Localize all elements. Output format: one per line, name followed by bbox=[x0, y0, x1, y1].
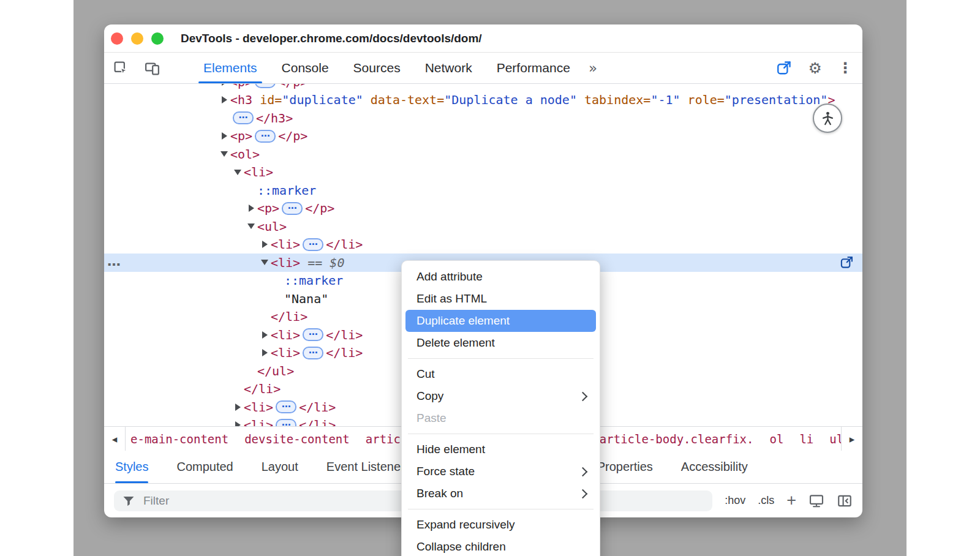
highlight-badge-button[interactable] bbox=[776, 60, 793, 77]
tab-layout[interactable]: Layout bbox=[262, 451, 298, 483]
breadcrumb-item-e-main-content[interactable]: e-main-content bbox=[130, 432, 228, 446]
minimize-button[interactable] bbox=[131, 32, 143, 45]
tab-label: Event Listeners bbox=[326, 460, 411, 474]
breadcrumb-item-ol[interactable]: ol bbox=[770, 432, 784, 446]
tab-accessibility[interactable]: Accessibility bbox=[681, 451, 748, 483]
node-ellipsis-button[interactable]: ⋯ bbox=[255, 84, 276, 88]
menu-item-copy[interactable]: Copy bbox=[405, 385, 596, 407]
breadcrumb-item-article-body-clearfix[interactable]: article-body.clearfix. bbox=[600, 432, 754, 446]
menu-item-add-attribute[interactable]: Add attribute bbox=[405, 266, 596, 288]
expand-arrow[interactable] bbox=[218, 84, 230, 86]
dom-tree-row[interactable]: <ol> bbox=[104, 145, 862, 163]
tab-elements[interactable]: Elements bbox=[196, 53, 265, 83]
node-ellipsis-button[interactable]: ⋯ bbox=[303, 238, 323, 251]
breadcrumb-item-li[interactable]: li bbox=[799, 432, 813, 446]
device-toolbar-button[interactable] bbox=[144, 60, 160, 77]
menu-item-paste[interactable]: Paste bbox=[405, 407, 596, 429]
node-ellipsis-button[interactable]: ⋯ bbox=[276, 419, 296, 426]
menu-item-break-on[interactable]: Break on bbox=[405, 483, 596, 505]
tab-properties[interactable]: Properties bbox=[597, 451, 653, 483]
menu-item-label: Collapse children bbox=[417, 540, 506, 554]
dom-tree-row[interactable]: <ul> bbox=[104, 217, 862, 236]
node-ellipsis-button[interactable]: ⋯ bbox=[276, 400, 296, 413]
breadcrumb-scroll-left-button[interactable]: ◂ bbox=[104, 427, 126, 451]
dom-tree-row[interactable]: <li> bbox=[104, 163, 862, 182]
menu-item-label: Break on bbox=[417, 487, 463, 500]
expand-arrow[interactable] bbox=[218, 132, 230, 140]
breadcrumb-scroll-right-button[interactable]: ▸ bbox=[841, 427, 862, 451]
triangle-icon bbox=[222, 132, 227, 140]
tab-event-listeners[interactable]: Event Listeners bbox=[326, 451, 411, 483]
dom-tree-row[interactable]: ⋯</h3> bbox=[104, 109, 862, 127]
expand-arrow[interactable] bbox=[218, 151, 230, 157]
expand-arrow[interactable] bbox=[218, 96, 230, 103]
dom-tree-row[interactable]: <p>⋯</p> bbox=[104, 127, 862, 146]
node-ellipsis-button[interactable]: ⋯ bbox=[303, 328, 323, 341]
menu-item-delete-element[interactable]: Delete element bbox=[405, 332, 596, 354]
tab-label: Accessibility bbox=[681, 460, 748, 474]
reveal-badge-icon[interactable] bbox=[840, 255, 854, 269]
dom-tree-row[interactable]: ::marker bbox=[104, 181, 862, 200]
expand-arrow[interactable] bbox=[258, 331, 271, 339]
menu-item-hide-element[interactable]: Hide element bbox=[405, 438, 596, 460]
new-style-rule-button[interactable]: + bbox=[786, 492, 796, 509]
dom-tree-row[interactable]: <li>⋯</li> bbox=[104, 236, 862, 254]
breadcrumb-item-devsite-content[interactable]: devsite-content bbox=[244, 432, 350, 446]
more-tabs-button[interactable]: » bbox=[589, 60, 597, 76]
menu-item-label: Cut bbox=[417, 367, 435, 381]
filter-funnel-icon bbox=[121, 494, 136, 508]
tab-network[interactable]: Network bbox=[418, 53, 480, 83]
node-ellipsis-button[interactable]: ⋯ bbox=[255, 130, 276, 143]
screenshot-canvas: DevTools - developer.chrome.com/docs/dev… bbox=[0, 0, 980, 556]
menu-item-edit-as-html[interactable]: Edit as HTML bbox=[405, 288, 596, 310]
triangle-icon bbox=[249, 205, 254, 212]
class-toggle-button[interactable]: .cls bbox=[758, 494, 774, 507]
row-overflow-dots[interactable]: … bbox=[107, 254, 121, 269]
close-button[interactable] bbox=[111, 32, 123, 45]
dom-tree-row[interactable]: <h3 id="duplicate" data-text="Duplicate … bbox=[104, 91, 862, 110]
dom-tree-row[interactable]: <p>⋯</p> bbox=[104, 200, 862, 218]
tab-console[interactable]: Console bbox=[274, 53, 336, 83]
tab-styles[interactable]: Styles bbox=[115, 451, 148, 483]
expand-arrow[interactable] bbox=[232, 404, 244, 411]
expand-arrow[interactable] bbox=[258, 241, 271, 248]
code-token: "duplicate" bbox=[282, 92, 363, 107]
tab-computed[interactable]: Computed bbox=[176, 451, 233, 483]
hover-state-button[interactable]: :hov bbox=[725, 494, 745, 507]
accessibility-floating-button[interactable] bbox=[813, 103, 842, 133]
expand-arrow[interactable] bbox=[245, 224, 257, 229]
toggle-sidebar-button[interactable] bbox=[837, 493, 853, 509]
submenu-chevron-icon bbox=[578, 467, 588, 477]
expand-arrow[interactable] bbox=[232, 421, 244, 426]
node-ellipsis-button[interactable]: ⋯ bbox=[233, 111, 254, 124]
menu-item-label: Force state bbox=[417, 465, 475, 478]
toggle-rendering-button[interactable] bbox=[809, 493, 824, 509]
code-token: </li> bbox=[299, 400, 336, 415]
menu-item-collapse-children[interactable]: Collapse children bbox=[405, 536, 596, 556]
node-ellipsis-button[interactable]: ⋯ bbox=[303, 347, 323, 359]
menu-item-force-state[interactable]: Force state bbox=[405, 460, 596, 483]
expand-arrow[interactable] bbox=[258, 260, 271, 265]
menu-item-label: Expand recursively bbox=[417, 518, 515, 532]
node-ellipsis-button[interactable]: ⋯ bbox=[282, 202, 303, 215]
menu-item-expand-recursively[interactable]: Expand recursively bbox=[405, 514, 596, 536]
sidebar-icon bbox=[837, 493, 853, 509]
expand-arrow[interactable] bbox=[245, 205, 257, 212]
more-options-button[interactable]: ⋮ bbox=[838, 59, 853, 77]
expand-arrow[interactable] bbox=[258, 349, 271, 356]
zoom-button[interactable] bbox=[151, 32, 164, 45]
menu-item-label: Edit as HTML bbox=[417, 292, 487, 306]
tab-sources[interactable]: Sources bbox=[346, 53, 408, 83]
tab-performance[interactable]: Performance bbox=[489, 53, 578, 83]
menu-item-duplicate-element[interactable]: Duplicate element bbox=[405, 310, 596, 332]
breadcrumb-item-ul[interactable]: ul bbox=[829, 432, 841, 446]
dom-tree-row[interactable]: <p>⋯</p> bbox=[104, 84, 862, 91]
settings-button[interactable]: ⚙ bbox=[809, 59, 822, 77]
expand-arrow[interactable] bbox=[232, 170, 244, 175]
triangle-icon bbox=[247, 224, 255, 229]
menu-separator bbox=[408, 509, 594, 509]
code-token: </p> bbox=[305, 201, 334, 216]
menu-item-cut[interactable]: Cut bbox=[405, 363, 596, 385]
inspect-element-button[interactable] bbox=[113, 60, 129, 77]
code-token: <p> bbox=[257, 201, 279, 216]
